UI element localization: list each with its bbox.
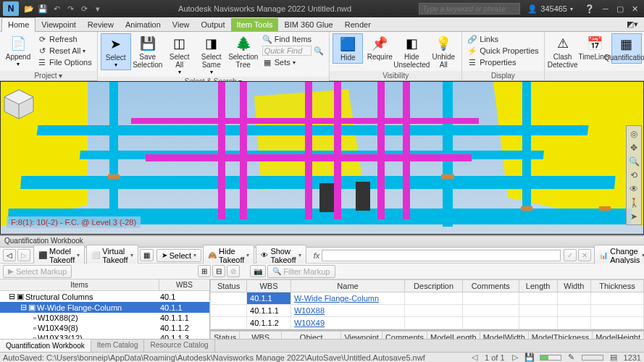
page-indicator: 1 of 1: [485, 353, 505, 362]
memory-icon: ▤: [609, 354, 618, 361]
filter-markup-button[interactable]: 🔍 Filter Markup: [267, 265, 335, 278]
sets-button[interactable]: ▦Sets▾: [260, 56, 327, 68]
find-items-button[interactable]: 🔍Find Items: [260, 33, 327, 45]
nav-select-icon[interactable]: ➤: [628, 210, 640, 223]
3d-viewport[interactable]: F:8(1): 10(-2) - F.C. @ Level 3 (-28) ◎ …: [0, 81, 644, 235]
require-icon: 📌: [371, 35, 388, 52]
close-button[interactable]: ✕: [628, 3, 641, 14]
select-markup-button[interactable]: ▶ Select Markup: [3, 265, 72, 278]
disk-icon: 💾: [525, 354, 534, 361]
view-cube[interactable]: [1, 86, 37, 122]
reset-all-button[interactable]: ↺Reset All▾: [35, 45, 94, 56]
tab-review[interactable]: Review: [82, 18, 120, 31]
model-view: [1, 82, 644, 235]
svg-rect-18: [319, 183, 334, 212]
quick-properties-button[interactable]: ⚡Quick Properties: [465, 45, 540, 56]
quant-toolbar-2: ▶ Select Markup ⊞ ⊟ ⊘ 📷 🔍 Filter Markup: [0, 264, 644, 279]
save-selection-button[interactable]: 💾Save Selection: [133, 33, 163, 70]
navigation-bar: ◎ ✥ 🔍 ⟲ 👁 🚶 ➤: [626, 125, 642, 225]
change-analysis-button[interactable]: 📊 Change Analysis: [594, 245, 644, 266]
tab-resource-catalog[interactable]: Resource Catalog: [144, 340, 214, 352]
clear-button[interactable]: ⊘: [227, 265, 240, 277]
refresh-button[interactable]: ⟳Refresh: [35, 33, 94, 45]
user-account[interactable]: 👤345465▾: [527, 4, 573, 14]
nav-look-icon[interactable]: 👁: [628, 182, 640, 195]
svg-rect-19: [356, 182, 370, 211]
hide-unselected-button[interactable]: ◧Hide Unselected: [396, 33, 427, 70]
help-icon[interactable]: ❔: [585, 4, 595, 14]
tab-render[interactable]: Render: [339, 18, 377, 31]
properties-button[interactable]: ☰Properties: [465, 56, 540, 68]
svg-rect-16: [146, 154, 472, 161]
links-button[interactable]: 🔗Links: [465, 33, 540, 45]
options-icon: ☰: [37, 57, 47, 67]
sheet-prev-icon[interactable]: ◁: [470, 354, 479, 361]
qat-undo-icon[interactable]: ↶: [51, 3, 62, 14]
tab-viewpoint[interactable]: Viewpoint: [35, 18, 82, 31]
require-button[interactable]: 📌Require: [364, 33, 395, 62]
grid-view-button[interactable]: ▦: [140, 249, 154, 261]
virtual-takeoff-button[interactable]: ⬜ Virtual Takeoff: [86, 245, 138, 266]
qat-save-icon[interactable]: 💾: [37, 3, 49, 14]
collapse-button[interactable]: ⊟: [212, 265, 225, 277]
show-takeoff-button[interactable]: 👁 Show Takeoff: [256, 245, 306, 266]
detail-grid[interactable]: StatusWBSObjectViewpointCommentsModelLen…: [210, 331, 644, 339]
nav-pan-icon[interactable]: ✥: [628, 141, 640, 154]
nav-orbit-icon[interactable]: ⟲: [628, 169, 640, 182]
quantification-button[interactable]: ▦Quantification: [611, 33, 642, 64]
qat-redo-icon[interactable]: ↷: [64, 3, 76, 14]
tab-bim360[interactable]: BIM 360 Glue: [278, 18, 338, 31]
maximize-button[interactable]: ▢: [614, 3, 627, 14]
tab-home[interactable]: Home: [1, 17, 35, 32]
tree-row[interactable]: ⊟▣ W-Wide Flange-Column40.1.1: [0, 302, 209, 313]
hide-button[interactable]: 🟦Hide: [333, 33, 363, 64]
qat-more-icon[interactable]: ▾: [92, 3, 104, 14]
select-dropdown[interactable]: ➤ Select: [156, 249, 202, 262]
clash-detective-button[interactable]: ⚠Clash Detective: [548, 33, 578, 70]
nav-back-button[interactable]: ◁: [3, 249, 16, 261]
tree-row[interactable]: ⊟▣ Structural Columns40.1: [0, 291, 209, 302]
formula-bar: fx: [314, 250, 561, 261]
reject-button[interactable]: ✕: [578, 249, 591, 261]
nav-walk-icon[interactable]: 🚶: [628, 196, 640, 209]
minimize-button[interactable]: ─: [599, 3, 612, 14]
select-button[interactable]: ➤Select▾: [101, 33, 131, 70]
file-options-button[interactable]: ☰File Options: [35, 56, 94, 68]
svg-rect-10: [218, 82, 225, 219]
quick-find-input[interactable]: Quick Find🔍: [260, 45, 327, 56]
selection-tree-button[interactable]: 🌲Selection Tree: [228, 33, 259, 70]
unhide-all-button[interactable]: 💡Unhide All: [428, 33, 459, 70]
tab-output[interactable]: Output: [196, 18, 231, 31]
viewpoint-button[interactable]: 📷: [250, 265, 266, 277]
tab-item-catalog[interactable]: Item Catalog: [91, 340, 145, 352]
qat-refresh-icon[interactable]: ⟳: [78, 3, 90, 14]
app-logo[interactable]: N: [3, 1, 19, 16]
accept-button[interactable]: ✓: [564, 249, 577, 261]
formula-input[interactable]: [322, 250, 561, 261]
tree-row[interactable]: ▫ W10X33(12)40.1.1.3: [0, 333, 209, 339]
nav-fwd-button[interactable]: ▷: [17, 249, 30, 261]
ribbon-help-icon[interactable]: ◩▾: [621, 17, 644, 31]
model-takeoff-button[interactable]: ⬛ Model Takeoff: [33, 245, 85, 266]
append-button[interactable]: 📄Append▾: [3, 33, 33, 69]
select-all-button[interactable]: ◫Select All▾: [164, 33, 195, 77]
tab-item-tools[interactable]: Item Tools: [231, 18, 279, 31]
fx-label: fx: [314, 251, 320, 260]
hide-takeoff-button[interactable]: 🙈 Hide Takeoff: [203, 245, 254, 266]
sheet-next-icon[interactable]: ▷: [511, 354, 519, 361]
nav-wheel-icon[interactable]: ◎: [628, 127, 640, 140]
qat-open-icon[interactable]: 📂: [23, 3, 35, 14]
tab-animation[interactable]: Animation: [120, 18, 167, 31]
tree-row[interactable]: ▫ W10X49(8)40.1.1.2: [0, 323, 209, 333]
select-same-button[interactable]: ◨Select Same▾: [196, 33, 227, 77]
find-icon: 🔍: [262, 34, 272, 44]
tab-view[interactable]: View: [167, 18, 196, 31]
help-search-input[interactable]: [419, 3, 520, 14]
nav-zoom-icon[interactable]: 🔍: [628, 155, 640, 168]
tab-quant-workbook[interactable]: Quantification Workbook: [0, 340, 91, 352]
svg-rect-11: [240, 82, 247, 219]
selection-overlay-label: F:8(1): 10(-2) - F.C. @ Level 3 (-28): [7, 216, 141, 228]
expand-button[interactable]: ⊞: [198, 265, 211, 277]
summary-grid[interactable]: StatusWBSNameDescriptionCommentsLengthWi…: [210, 279, 644, 329]
tree-row[interactable]: ▫ W10X88(2)40.1.1.1: [0, 313, 209, 323]
